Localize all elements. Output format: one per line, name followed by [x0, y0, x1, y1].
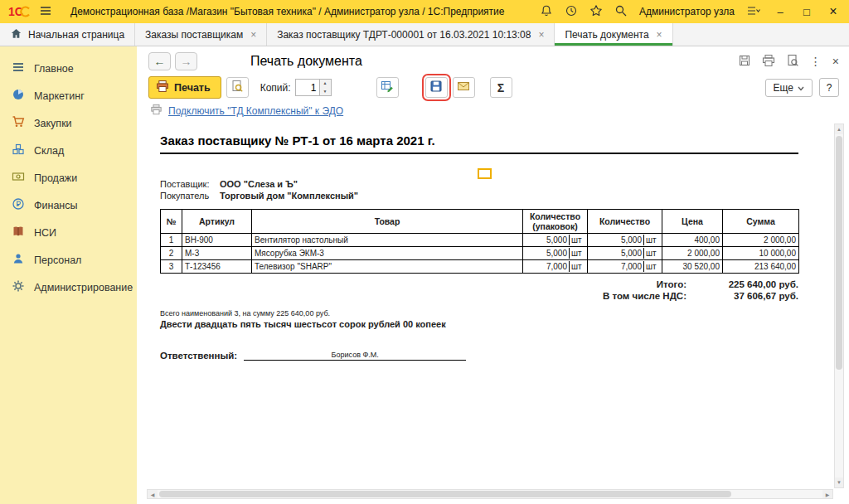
tab-home[interactable]: Начальная страница: [0, 23, 135, 46]
edo-connect-link[interactable]: Подключить "ТД Комплексный" к ЭДО: [168, 105, 343, 117]
cell: Телевизор "SHARP": [252, 260, 523, 274]
document-parties: Поставщик: ООО "Слеза и Ъ" Покупатель То…: [160, 179, 833, 201]
cell: 7,000шт: [588, 260, 662, 274]
cell: 400,00: [662, 234, 723, 247]
current-user[interactable]: Администратор узла: [639, 6, 735, 17]
sidebar-item-administration[interactable]: Администрирование: [0, 274, 137, 301]
tab-supplier-order-document[interactable]: Заказ поставщику ТДРТ-000001 от 16.03.20…: [267, 23, 555, 46]
tab-label: Заказы поставщикам: [145, 29, 243, 41]
page-preview-icon: [786, 54, 799, 70]
sidebar-item-label: НСИ: [34, 227, 56, 239]
vat-row: В том числе НДС: 37 606,67 руб.: [603, 291, 798, 301]
column-header: Цена: [662, 210, 723, 234]
scroll-down-icon[interactable]: ▼: [835, 477, 843, 487]
banknote-icon: [12, 170, 25, 186]
table-header-row: № Артикул Товар Количество (упаковок) Ко…: [161, 210, 799, 234]
edo-printer-icon: [150, 104, 163, 119]
back-button[interactable]: ←: [148, 52, 171, 70]
sidebar-item-label: Закупки: [34, 118, 72, 129]
document-title: Заказ поставщику № РТ-1 от 16 марта 2021…: [160, 133, 798, 154]
sidebar-item-label: Администрирование: [34, 282, 133, 293]
main-menu-button[interactable]: [39, 4, 52, 20]
top-bar: 1С Демонстрационная база /Магазин "Бытов…: [0, 0, 849, 23]
service-menu-button[interactable]: [746, 4, 761, 20]
sidebar-item-purchases[interactable]: Закупки: [0, 109, 137, 137]
table-row: 2 М-3 Мясорубка ЭКМ-3 5,000шт 5,000шт 2 …: [161, 247, 799, 260]
history-clock-icon: [565, 4, 578, 20]
cell: Т-123456: [182, 260, 252, 274]
close-tab-icon[interactable]: ×: [538, 29, 544, 41]
more-button[interactable]: Еще: [765, 79, 813, 97]
vertical-scroll-thumb[interactable]: [836, 136, 842, 370]
horizontal-scroll-track[interactable]: [158, 490, 822, 498]
vat-value: 37 606,67 руб.: [686, 291, 798, 301]
sidebar-item-sales[interactable]: Продажи: [0, 164, 137, 191]
close-tab-icon[interactable]: ×: [657, 29, 662, 41]
cell: 7,000шт: [523, 260, 588, 274]
sidebar-item-nsi[interactable]: НСИ: [0, 219, 137, 246]
table-edit-icon: [381, 80, 394, 95]
tab-print-document[interactable]: Печать документа ×: [555, 23, 672, 46]
close-window-button[interactable]: ×: [826, 4, 841, 19]
vertical-scrollbar[interactable]: ▲ ▼: [834, 124, 844, 488]
cell: М-3: [182, 247, 252, 260]
gear-icon: [12, 279, 25, 295]
cell: 10 000,00: [723, 247, 799, 260]
edit-table-button[interactable]: [376, 77, 399, 98]
print-preview-button[interactable]: [226, 77, 249, 98]
printer-outline-icon: [762, 54, 775, 70]
horizontal-scrollbar[interactable]: ◀ ▶: [147, 489, 833, 499]
sidebar-item-marketing[interactable]: Маркетинг: [0, 82, 137, 109]
scroll-up-icon[interactable]: ▲: [835, 124, 843, 134]
page-header: ← → Печать документа ⋮ ×: [137, 46, 849, 73]
tab-supplier-orders[interactable]: Заказы поставщикам ×: [135, 23, 267, 46]
edo-row: Подключить "ТД Комплексный" к ЭДО: [137, 103, 849, 124]
preview-page-button[interactable]: [786, 54, 799, 70]
scroll-right-icon[interactable]: ▶: [822, 490, 832, 498]
notifications-button[interactable]: [540, 4, 553, 20]
window-title: Демонстрационная база /Магазин "Бытовая …: [70, 6, 505, 17]
responsible-name: Борисов Ф.М.: [244, 351, 466, 361]
print-form[interactable]: Заказ поставщику № РТ-1 от 16 марта 2021…: [147, 124, 833, 488]
responsible-row: Ответственный: Борисов Ф.М.: [160, 351, 833, 361]
sidebar-item-warehouse[interactable]: Склад: [0, 137, 137, 164]
maximize-button[interactable]: □: [799, 6, 814, 18]
spin-up-icon[interactable]: ▲: [320, 80, 331, 88]
send-email-button[interactable]: [453, 77, 475, 98]
more-vertical-button[interactable]: ⋮: [810, 55, 822, 68]
column-header: Товар: [252, 210, 523, 234]
cell: 5,000шт: [588, 247, 662, 260]
hamburger-icon: [39, 4, 52, 20]
column-header: №: [161, 210, 182, 234]
copies-input[interactable]: [295, 79, 320, 96]
save-settings-button[interactable]: [738, 54, 751, 70]
close-tab-icon[interactable]: ×: [250, 29, 256, 41]
vertical-scroll-track[interactable]: [835, 134, 843, 477]
favorites-button[interactable]: [589, 4, 603, 20]
selected-cell[interactable]: [478, 168, 492, 179]
search-button[interactable]: [614, 4, 628, 20]
sidebar: Главное Маркетинг Закупки Склад Продажи …: [0, 46, 137, 504]
sidebar-item-label: Склад: [34, 145, 64, 157]
save-button[interactable]: [425, 77, 448, 98]
cell: 30 520,00: [662, 260, 723, 274]
pie-chart-icon: [12, 88, 25, 104]
bell-icon: [540, 4, 553, 20]
forward-button[interactable]: →: [175, 52, 197, 70]
scroll-left-icon[interactable]: ◀: [148, 490, 158, 498]
sidebar-item-personnel[interactable]: Персонал: [0, 246, 137, 274]
sum-button[interactable]: Σ: [490, 77, 512, 98]
minimize-button[interactable]: –: [773, 6, 788, 18]
sidebar-item-main[interactable]: Главное: [0, 55, 137, 82]
sidebar-item-finance[interactable]: Финансы: [0, 191, 137, 219]
table-row: 1 ВН-900 Вентилятор настольный 5,000шт 5…: [161, 234, 799, 247]
print-button[interactable]: Печать: [148, 76, 221, 99]
close-form-button[interactable]: ×: [832, 55, 839, 68]
quick-print-button[interactable]: [762, 54, 775, 70]
horizontal-scroll-thumb[interactable]: [159, 491, 731, 497]
help-button[interactable]: ?: [819, 78, 839, 97]
supplier-row: Поставщик: ООО "Слеза и Ъ": [160, 179, 833, 189]
spin-down-icon[interactable]: ▼: [320, 88, 331, 96]
copies-spin-buttons: ▲ ▼: [320, 79, 332, 96]
history-button[interactable]: [565, 4, 578, 20]
